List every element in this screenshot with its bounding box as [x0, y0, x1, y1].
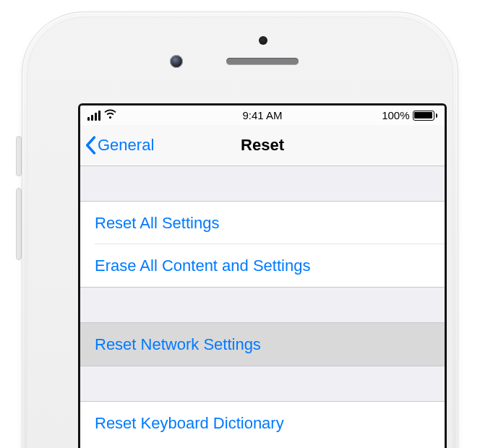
status-bar: 9:41 AM 100% — [80, 105, 445, 125]
front-camera — [170, 55, 183, 68]
cell-label: Reset Keyboard Dictionary — [95, 414, 284, 433]
phone-side-button — [16, 188, 22, 260]
cell-label: Erase All Content and Settings — [95, 257, 310, 275]
navigation-bar: General Reset — [80, 125, 445, 166]
cell-reset-all-settings[interactable]: Reset All Settings — [80, 202, 445, 244]
cell-erase-all-content[interactable]: Erase All Content and Settings — [80, 244, 445, 287]
back-button[interactable]: General — [80, 125, 157, 165]
screen: 9:41 AM 100% General — [78, 103, 447, 448]
battery-icon — [413, 111, 438, 121]
battery-percentage: 100% — [382, 109, 409, 121]
cell-reset-network-settings[interactable]: Reset Network Settings — [80, 323, 445, 366]
settings-table: Reset All Settings Erase All Content and… — [80, 166, 445, 444]
chevron-left-icon — [85, 136, 96, 155]
cell-reset-keyboard-dictionary[interactable]: Reset Keyboard Dictionary — [80, 402, 445, 444]
signal-icon — [87, 111, 100, 121]
proximity-sensor — [259, 36, 267, 45]
cell-label: Reset All Settings — [95, 214, 219, 233]
earpiece — [226, 58, 299, 65]
back-label: General — [98, 136, 154, 155]
phone-body: 9:41 AM 100% General — [22, 12, 458, 448]
cell-label: Reset Network Settings — [95, 335, 261, 354]
phone-side-button — [16, 136, 22, 176]
wifi-icon — [103, 109, 117, 121]
